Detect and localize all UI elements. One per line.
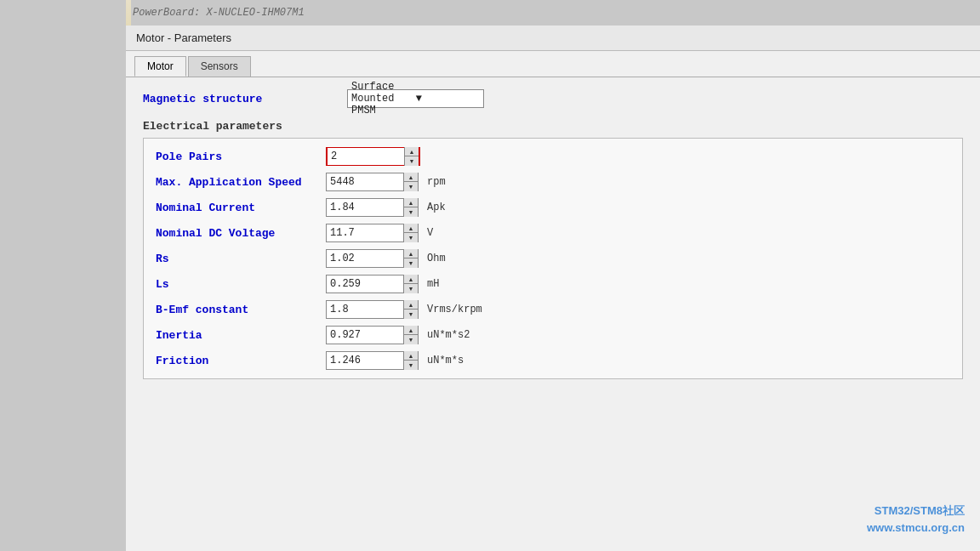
pole-pairs-spinbox[interactable]: ▲ ▼ bbox=[326, 147, 420, 166]
dropdown-arrow-icon: ▼ bbox=[416, 93, 481, 105]
electrical-params-title: Electrical parameters bbox=[143, 120, 963, 133]
param-row-ls: Ls ▲ ▼ mH bbox=[156, 275, 950, 293]
friction-spinbox[interactable]: ▲ ▼ bbox=[326, 351, 419, 370]
nominal-current-input[interactable] bbox=[327, 199, 403, 216]
ls-spin-buttons: ▲ ▼ bbox=[403, 275, 418, 293]
dc-voltage-spinbox-wrapper: ▲ ▼ V bbox=[326, 224, 433, 242]
dc-voltage-input[interactable] bbox=[327, 224, 403, 241]
watermark-line2: www.stmcu.org.cn bbox=[867, 520, 965, 537]
rs-label: Rs bbox=[156, 253, 326, 265]
nominal-current-spinbox[interactable]: ▲ ▼ bbox=[326, 198, 419, 217]
parameters-box: Pole Pairs ▲ ▼ Max. Application Speed bbox=[143, 138, 963, 379]
max-speed-spinbox-wrapper: ▲ ▼ rpm bbox=[326, 173, 446, 191]
rs-input[interactable] bbox=[327, 250, 403, 267]
dc-voltage-spin-buttons: ▲ ▼ bbox=[403, 224, 418, 242]
inertia-label: Inertia bbox=[156, 329, 326, 342]
param-row-pole-pairs: Pole Pairs ▲ ▼ bbox=[156, 147, 950, 166]
ls-down-button[interactable]: ▼ bbox=[404, 284, 418, 293]
rs-spinbox[interactable]: ▲ ▼ bbox=[326, 249, 419, 268]
nominal-current-label: Nominal Current bbox=[156, 202, 326, 214]
magnetic-structure-value: Surface Mounted PMSM bbox=[351, 81, 416, 116]
tab-sensors[interactable]: Sensors bbox=[188, 56, 251, 77]
max-speed-spin-buttons: ▲ ▼ bbox=[403, 173, 418, 191]
nominal-current-unit: Apk bbox=[427, 202, 446, 213]
dc-voltage-down-button[interactable]: ▼ bbox=[404, 233, 418, 242]
ls-spinbox-wrapper: ▲ ▼ mH bbox=[326, 275, 439, 293]
max-speed-input[interactable] bbox=[327, 173, 403, 190]
ls-up-button[interactable]: ▲ bbox=[404, 275, 418, 284]
rs-spin-buttons: ▲ ▼ bbox=[403, 249, 418, 268]
friction-spinbox-wrapper: ▲ ▼ uN*m*s bbox=[326, 351, 464, 370]
window-title: Motor - Parameters bbox=[136, 31, 231, 44]
param-row-bemf: B-Emf constant ▲ ▼ Vrms/krpm bbox=[156, 300, 950, 319]
tab-bar: Motor Sensors bbox=[126, 51, 980, 77]
powerboard-title: PowerBoard: X-NUCLEO-IHM07M1 bbox=[133, 7, 305, 19]
param-row-friction: Friction ▲ ▼ uN*m*s bbox=[156, 351, 950, 370]
friction-label: Friction bbox=[156, 355, 326, 367]
tab-motor[interactable]: Motor bbox=[134, 56, 186, 77]
inertia-down-button[interactable]: ▼ bbox=[404, 335, 418, 344]
magnetic-structure-row: Magnetic structure Surface Mounted PMSM … bbox=[143, 89, 963, 108]
friction-up-button[interactable]: ▲ bbox=[404, 351, 418, 361]
param-row-inertia: Inertia ▲ ▼ uN*m*s2 bbox=[156, 326, 950, 344]
bemf-spin-buttons: ▲ ▼ bbox=[403, 300, 418, 319]
nominal-current-spin-buttons: ▲ ▼ bbox=[403, 198, 418, 217]
dc-voltage-label: Nominal DC Voltage bbox=[156, 227, 326, 240]
inertia-up-button[interactable]: ▲ bbox=[404, 326, 418, 335]
inertia-unit: uN*m*s2 bbox=[427, 329, 470, 341]
bemf-up-button[interactable]: ▲ bbox=[404, 300, 418, 310]
friction-down-button[interactable]: ▼ bbox=[404, 361, 418, 370]
friction-input[interactable] bbox=[327, 352, 403, 369]
main-window: Motor - Parameters Motor Sensors Magneti… bbox=[126, 26, 980, 551]
max-speed-down-button[interactable]: ▼ bbox=[404, 182, 418, 191]
watermark-line1: STM32/STM8社区 bbox=[867, 503, 965, 520]
pole-pairs-up-button[interactable]: ▲ bbox=[405, 147, 419, 156]
ls-label: Ls bbox=[156, 278, 326, 291]
dc-voltage-spinbox[interactable]: ▲ ▼ bbox=[326, 224, 419, 242]
inertia-input[interactable] bbox=[327, 327, 403, 344]
pole-pairs-spin-buttons: ▲ ▼ bbox=[404, 147, 419, 166]
max-speed-label: Max. Application Speed bbox=[156, 176, 326, 189]
inertia-spinbox-wrapper: ▲ ▼ uN*m*s2 bbox=[326, 326, 470, 344]
param-row-max-speed: Max. Application Speed ▲ ▼ rpm bbox=[156, 173, 950, 191]
ls-unit: mH bbox=[427, 278, 439, 290]
bemf-spinbox[interactable]: ▲ ▼ bbox=[326, 300, 419, 319]
friction-unit: uN*m*s bbox=[427, 355, 464, 366]
inertia-spin-buttons: ▲ ▼ bbox=[403, 326, 418, 344]
max-speed-up-button[interactable]: ▲ bbox=[404, 173, 418, 182]
dc-voltage-up-button[interactable]: ▲ bbox=[404, 224, 418, 233]
content-area: Magnetic structure Surface Mounted PMSM … bbox=[126, 77, 980, 391]
param-row-nominal-current: Nominal Current ▲ ▼ Apk bbox=[156, 198, 950, 217]
rs-unit: Ohm bbox=[427, 253, 446, 264]
bemf-input[interactable] bbox=[327, 301, 403, 318]
max-speed-unit: rpm bbox=[427, 176, 446, 188]
magnetic-structure-select[interactable]: Surface Mounted PMSM ▼ bbox=[347, 89, 484, 108]
ls-input[interactable] bbox=[327, 276, 403, 293]
rs-down-button[interactable]: ▼ bbox=[404, 258, 418, 268]
ls-spinbox[interactable]: ▲ ▼ bbox=[326, 275, 419, 293]
bemf-unit: Vrms/krpm bbox=[427, 304, 482, 315]
top-title-bar: PowerBoard: X-NUCLEO-IHM07M1 bbox=[126, 5, 980, 20]
rs-up-button[interactable]: ▲ bbox=[404, 249, 418, 258]
param-row-rs: Rs ▲ ▼ Ohm bbox=[156, 249, 950, 268]
friction-spin-buttons: ▲ ▼ bbox=[403, 351, 418, 370]
bemf-spinbox-wrapper: ▲ ▼ Vrms/krpm bbox=[326, 300, 482, 319]
nominal-current-down-button[interactable]: ▼ bbox=[404, 207, 418, 217]
param-row-dc-voltage: Nominal DC Voltage ▲ ▼ V bbox=[156, 224, 950, 242]
nominal-current-up-button[interactable]: ▲ bbox=[404, 198, 418, 207]
dc-voltage-unit: V bbox=[427, 227, 433, 239]
max-speed-spinbox[interactable]: ▲ ▼ bbox=[326, 173, 419, 191]
pole-pairs-spinbox-wrapper: ▲ ▼ bbox=[326, 147, 420, 166]
pole-pairs-input[interactable] bbox=[328, 148, 404, 165]
nominal-current-spinbox-wrapper: ▲ ▼ Apk bbox=[326, 198, 446, 217]
pole-pairs-label: Pole Pairs bbox=[156, 151, 326, 163]
magnetic-structure-label: Magnetic structure bbox=[143, 93, 330, 105]
inertia-spinbox[interactable]: ▲ ▼ bbox=[326, 326, 419, 344]
rs-spinbox-wrapper: ▲ ▼ Ohm bbox=[326, 249, 446, 268]
bemf-down-button[interactable]: ▼ bbox=[404, 310, 418, 319]
bemf-label: B-Emf constant bbox=[156, 304, 326, 316]
pole-pairs-down-button[interactable]: ▼ bbox=[405, 156, 419, 166]
watermark: STM32/STM8社区 www.stmcu.org.cn bbox=[867, 503, 965, 536]
